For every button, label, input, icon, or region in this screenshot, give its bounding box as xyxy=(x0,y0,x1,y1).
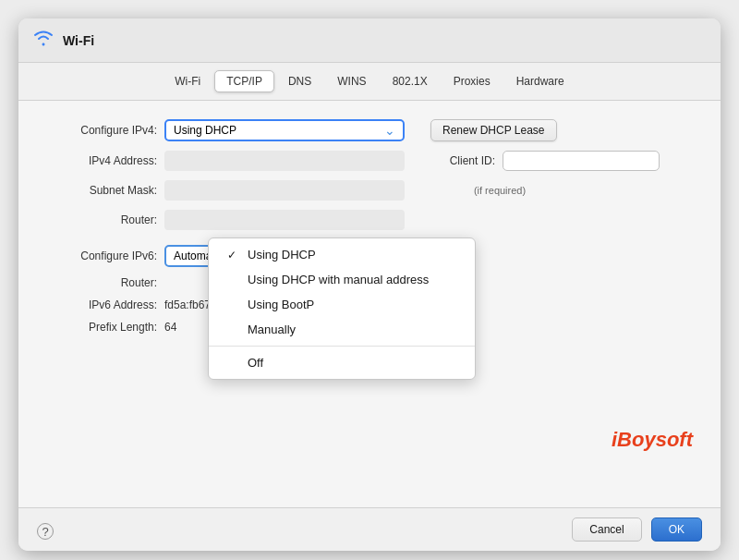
tab-8021x[interactable]: 802.1X xyxy=(381,70,440,92)
router-label: Router: xyxy=(46,213,157,226)
router-row: Router: xyxy=(46,210,693,230)
iboysoft-text: Boysoft xyxy=(617,428,693,451)
checkmark-icon: ✓ xyxy=(227,249,240,262)
iboysoft-i: i xyxy=(612,428,617,451)
tab-hardware[interactable]: Hardware xyxy=(504,70,576,92)
tab-wifi[interactable]: Wi-Fi xyxy=(163,70,212,92)
configure-ipv4-label: Configure IPv4: xyxy=(46,124,157,137)
dropdown-item-using-bootp[interactable]: Using BootP xyxy=(209,292,475,317)
wifi-settings-window: Wi-Fi Wi-Fi TCP/IP DNS WINS 802.1X Proxi… xyxy=(18,18,721,551)
iboysoft-watermark: iBoysoft xyxy=(612,428,693,452)
title-bar: Wi-Fi xyxy=(18,18,721,63)
tab-tcpip[interactable]: TCP/IP xyxy=(214,70,274,92)
subnet-mask-row: Subnet Mask: (if required) xyxy=(46,180,693,201)
router-masked xyxy=(164,210,405,230)
ipv6-address-label: IPv6 Address: xyxy=(46,298,157,311)
ipv4-address-label: IPv4 Address: xyxy=(46,154,157,167)
cancel-button[interactable]: Cancel xyxy=(572,517,641,542)
content-area: Configure IPv4: Using DHCP ⌄ Renew DHCP … xyxy=(18,101,721,507)
configure-ipv6-label: Configure IPv6: xyxy=(46,250,157,262)
subnet-mask-masked xyxy=(164,180,405,201)
dropdown-separator xyxy=(209,346,475,347)
dropdown-item-using-dhcp-manual[interactable]: Using DHCP with manual address xyxy=(209,267,475,292)
dropdown-item-manually[interactable]: Manually xyxy=(209,317,475,342)
prefix-length-value: 64 xyxy=(164,321,176,334)
prefix-length-label: Prefix Length: xyxy=(46,321,157,334)
dropdown-item-off[interactable]: Off xyxy=(209,350,475,375)
subnet-mask-label: Subnet Mask: xyxy=(46,184,157,197)
router-ipv6-label: Router: xyxy=(46,276,157,289)
ipv4-address-masked xyxy=(164,151,405,171)
renew-dhcp-button[interactable]: Renew DHCP Lease xyxy=(430,119,557,141)
window-title: Wi-Fi xyxy=(63,33,94,48)
tab-proxies[interactable]: Proxies xyxy=(442,70,503,92)
ipv4-address-row: IPv4 Address: Client ID: xyxy=(46,151,693,171)
bottom-bar: ? Cancel OK xyxy=(18,507,721,551)
configure-ipv4-row: Configure IPv4: Using DHCP ⌄ Renew DHCP … xyxy=(46,119,693,141)
tab-bar: Wi-Fi TCP/IP DNS WINS 802.1X Proxies Har… xyxy=(18,63,721,101)
tab-wins[interactable]: WINS xyxy=(325,70,378,92)
dropdown-item-using-dhcp[interactable]: ✓ Using DHCP xyxy=(209,242,475,267)
help-button[interactable]: ? xyxy=(37,523,54,540)
chevron-down-icon: ⌄ xyxy=(384,123,395,138)
configure-ipv4-dropdown-menu: ✓ Using DHCP Using DHCP with manual addr… xyxy=(208,237,476,380)
wifi-icon xyxy=(33,30,54,51)
configure-ipv4-value: Using DHCP xyxy=(174,124,236,137)
tab-dns[interactable]: DNS xyxy=(276,70,323,92)
client-id-label: Client ID: xyxy=(421,154,495,167)
client-id-input[interactable] xyxy=(503,151,660,171)
ok-button[interactable]: OK xyxy=(651,517,702,542)
configure-ipv4-dropdown[interactable]: Using DHCP ⌄ xyxy=(164,119,405,141)
if-required-text: (if required) xyxy=(421,185,578,196)
